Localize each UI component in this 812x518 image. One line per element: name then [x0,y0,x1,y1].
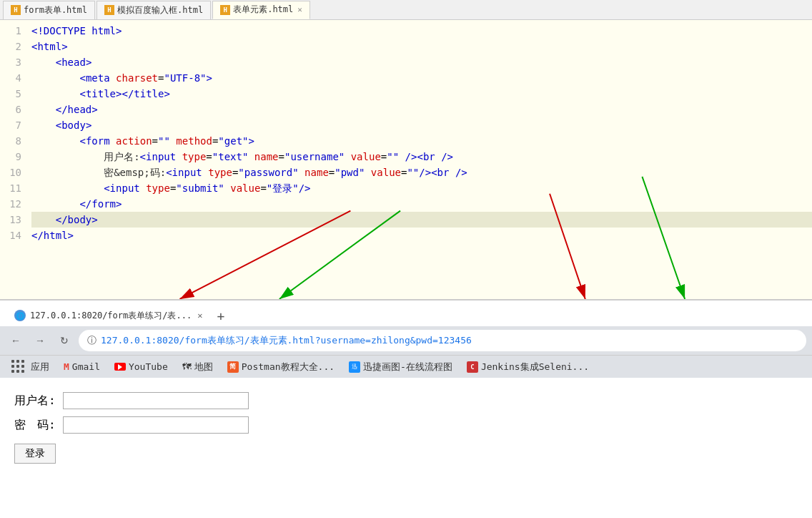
address-text: 127.0.0.1:8020/form表单练习/表单元素.html?userna… [101,334,472,347]
code-line-4: <meta charset="UTF-8"> [31,70,812,86]
browser-tabs: 🌐 127.0.0.1:8020/form表单练习/表... ✕ + [0,300,812,326]
username-input[interactable] [63,392,249,409]
browser-nav: ← → ↻ ⓘ 127.0.0.1:8020/form表单练习/表单元素.htm… [0,326,812,355]
jenkins-icon: C [467,361,478,373]
jenkins-label: Jenkins集成Seleni... [481,361,589,373]
youtube-label: YouTube [129,361,168,372]
apps-button[interactable]: 应用 [6,358,55,376]
editor-area: H form表单.html H 模拟百度输入框.html H 表单元素.html… [0,0,812,300]
code-line-7: <body> [31,117,812,133]
new-tab-button[interactable]: + [217,308,224,323]
lock-icon: ⓘ [87,334,96,347]
browser-tab-title: 127.0.0.1:8020/form表单练习/表... [30,310,192,322]
code-line-11: <input type="submit" value="登录"/> [31,180,812,196]
page-content: 用户名: 密 码: 登录 [0,378,812,518]
tab-close-icon[interactable]: ✕ [297,5,302,14]
maps-label: 地图 [194,361,213,373]
bookmark-youtube[interactable]: YouTube [109,359,174,374]
tab-bar: H form表单.html H 模拟百度输入框.html H 表单元素.html… [0,0,812,20]
address-bar[interactable]: ⓘ 127.0.0.1:8020/form表单练习/表单元素.html?user… [79,330,806,351]
code-line-13: </body> [31,212,812,228]
password-row: 密 码: [14,416,798,434]
code-line-9: 用户名:<input type="text" name="username" v… [31,149,812,165]
back-button[interactable]: ← [6,331,26,351]
bookmarks-bar: 应用 M Gmail YouTube 🗺 地图 简 Postman教程大全...… [0,355,812,378]
browser-favicon: 🌐 [14,310,26,321]
tab-baidu[interactable]: H 模拟百度输入框.html [96,1,211,19]
username-row: 用户名: [14,392,798,409]
tab-elements[interactable]: H 表单元素.html ✕ [212,1,310,19]
gmail-label: Gmail [72,361,100,372]
code-editor: 1 2 3 4 5 6 7 8 9 10 11 12 13 14 <!DOCTY… [0,20,812,246]
apps-grid-icon [11,360,25,373]
code-line-1: <!DOCTYPE html> [31,23,812,39]
login-button[interactable]: 登录 [14,444,56,464]
browser-area: 🌐 127.0.0.1:8020/form表单练习/表... ✕ + ← → ↻… [0,300,812,518]
youtube-icon [114,363,126,371]
maps-icon: 🗺 [182,361,192,372]
line-numbers: 1 2 3 4 5 6 7 8 9 10 11 12 13 14 [0,23,29,243]
postman-icon: 简 [227,361,239,373]
code-lines: <!DOCTYPE html> <html> <head> <meta char… [29,23,812,243]
refresh-button[interactable]: ↻ [54,331,74,351]
code-line-6: </head> [31,102,812,117]
browser-tab-close[interactable]: ✕ [197,311,202,321]
flow-icon: 迅 [349,361,360,373]
apps-label: 应用 [31,361,49,373]
tab-form[interactable]: H form表单.html [3,1,95,19]
code-line-14: </html> [31,228,812,243]
browser-tab[interactable]: 🌐 127.0.0.1:8020/form表单练习/表... ✕ [6,305,211,326]
code-line-5: <title></title> [31,86,812,102]
bookmark-maps[interactable]: 🗺 地图 [177,358,219,376]
code-line-10: 密&emsp;码:<input type="password" name="pw… [31,165,812,180]
code-line-8: <form action="" method="get"> [31,133,812,149]
bookmark-flow[interactable]: 迅 迅捷画图-在线流程图 [343,358,458,376]
password-label: 密 码: [14,418,57,433]
login-button-row: 登录 [14,441,798,464]
code-line-3: <head> [31,54,812,70]
postman-label: Postman教程大全... [242,361,335,373]
gmail-icon: M [64,361,69,372]
forward-button[interactable]: → [30,331,50,351]
username-label: 用户名: [14,394,57,409]
password-input[interactable] [63,416,249,434]
flow-label: 迅捷画图-在线流程图 [363,361,452,373]
bookmark-postman[interactable]: 简 Postman教程大全... [222,358,340,376]
bookmark-jenkins[interactable]: C Jenkins集成Seleni... [461,358,595,376]
code-line-2: <html> [31,39,812,54]
bookmark-gmail[interactable]: M Gmail [58,359,106,374]
code-line-12: </form> [31,196,812,212]
